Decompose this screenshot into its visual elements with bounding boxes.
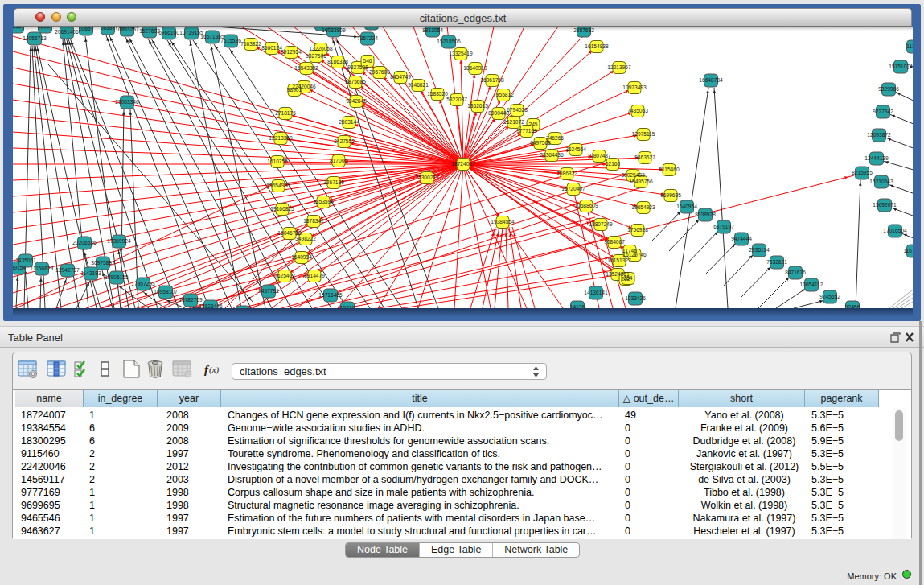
svg-text:18640910: 18640910 [463,65,487,71]
svg-text:817006: 817006 [330,158,347,163]
svg-text:9146821: 9146821 [408,82,429,88]
svg-text:16046788: 16046788 [277,230,302,236]
svg-text:18807249: 18807249 [589,221,613,227]
svg-text:9327506: 9327506 [306,53,326,59]
svg-text:8938928: 8938928 [695,212,716,217]
svg-text:546: 546 [363,58,372,64]
svg-text:28037: 28037 [38,27,53,29]
svg-text:1640994: 1640994 [291,254,312,260]
svg-text:2803144: 2803144 [339,119,359,125]
svg-text:15692071: 15692071 [873,202,897,208]
svg-text:9242848: 9242848 [346,98,367,104]
svg-text:3624554: 3624554 [565,146,586,152]
svg-text:1527602: 1527602 [139,28,160,34]
svg-text:39154: 39154 [13,265,26,270]
svg-text:1143193: 1143193 [80,270,101,276]
svg-text:1353594: 1353594 [313,199,334,204]
svg-text:7986322: 7986322 [556,171,577,176]
svg-text:8660124: 8660124 [261,45,282,51]
svg-text:3498222: 3498222 [295,236,316,241]
svg-text:1610755: 1610755 [267,159,288,164]
svg-text:11127: 11127 [906,43,913,49]
svg-text:1033426: 1033426 [625,295,646,301]
svg-text:16154838: 16154838 [585,43,609,49]
svg-text:20397: 20397 [101,27,116,31]
svg-text:2718176: 2718176 [275,110,296,116]
svg-text:20691406: 20691406 [55,29,79,35]
svg-text:15218506: 15218506 [437,39,461,44]
svg-text:9327508: 9327508 [347,64,368,70]
svg-text:1621072: 1621072 [503,119,524,125]
svg-text:2935114: 2935114 [749,247,770,253]
svg-text:1435061: 1435061 [15,257,36,263]
svg-text:9457791: 9457791 [258,288,279,294]
svg-text:14136141: 14136141 [584,290,608,295]
svg-text:10807487: 10807487 [587,153,611,159]
svg-text:19654923: 19654923 [631,204,655,210]
svg-text:16961758: 16961758 [480,77,504,83]
svg-text:9463627: 9463627 [634,154,655,160]
svg-text:5875685: 5875685 [345,79,366,84]
svg-text:10853257: 10853257 [115,27,139,32]
svg-text:17016504: 17016504 [883,228,907,233]
svg-text:19384554: 19384554 [491,219,515,225]
svg-text:8427552: 8427552 [334,138,355,144]
svg-text:7357224: 7357224 [357,35,378,41]
svg-text:10973493: 10973493 [622,84,647,90]
svg-text:8215955: 8215955 [852,170,873,175]
svg-text:15716485: 15716485 [318,292,343,298]
svg-text:9227342: 9227342 [873,109,893,114]
svg-text:9699695: 9699695 [660,192,681,198]
svg-text:98901: 98901 [287,87,302,93]
svg-text:13325419: 13325419 [449,51,473,56]
svg-text:15751074: 15751074 [889,64,913,69]
svg-text:20206536: 20206536 [72,240,97,245]
svg-text:11156829: 11156829 [31,266,54,271]
svg-text:10688609: 10688609 [574,203,598,208]
svg-text:17957253: 17957253 [131,281,155,286]
svg-text:12942737: 12942737 [55,267,80,273]
svg-text:(x): (x) [209,365,220,375]
svg-text:8454749: 8454749 [390,74,411,80]
svg-text:5322037: 5322037 [446,97,467,102]
svg-text:18724007: 18724007 [451,161,475,167]
svg-text:10958107: 10958107 [154,289,178,295]
svg-text:19166825: 19166825 [270,206,294,212]
svg-text:16782759: 16782759 [179,297,203,303]
svg-text:21364436: 21364436 [540,152,564,158]
svg-text:9329966: 9329966 [878,86,899,92]
svg-text:7632621: 7632621 [766,259,787,265]
svg-text:1640954: 1640954 [676,204,697,209]
svg-text:10025433: 10025433 [621,172,645,178]
svg-text:16648784: 16648784 [699,77,723,83]
svg-text:15495756: 15495756 [629,179,653,184]
svg-text:6794028: 6794028 [507,107,528,113]
svg-text:12213967: 12213967 [607,64,631,70]
svg-text:9474444: 9474444 [731,236,752,241]
svg-text:15720407: 15720407 [561,186,585,192]
svg-text:17359924: 17359924 [107,238,131,244]
svg-text:1588520: 1588520 [427,91,448,97]
svg-text:2967608: 2967608 [369,69,390,75]
svg-text:9084067: 9084067 [604,239,625,245]
svg-text:12444139: 12444139 [864,155,889,161]
svg-text:7625402: 7625402 [274,273,295,278]
svg-text:9777169: 9777169 [516,128,537,134]
svg-text:10654112: 10654112 [800,282,823,287]
svg-text:16033809: 16033809 [322,27,346,33]
svg-text:7515526: 7515526 [220,38,241,43]
svg-text:16151327: 16151327 [607,257,631,263]
svg-text:2803?: 2803? [13,27,24,29]
svg-text:6966160: 6966160 [158,30,179,35]
svg-text:7955812: 7955812 [493,92,514,97]
svg-text:13226058: 13226058 [309,46,333,51]
svg-text:8813054: 8813054 [422,27,443,33]
svg-text:19654985: 19654985 [266,183,290,188]
svg-text:25300213: 25300213 [415,175,439,180]
svg-text:14055713: 14055713 [23,35,47,41]
svg-text:16210643: 16210643 [869,179,893,184]
svg-text:1878342: 1878342 [303,218,324,224]
svg-text:29053346: 29053346 [115,99,139,105]
svg-text:11746: 11746 [622,248,637,253]
svg-text:1362615: 1362615 [467,103,488,109]
